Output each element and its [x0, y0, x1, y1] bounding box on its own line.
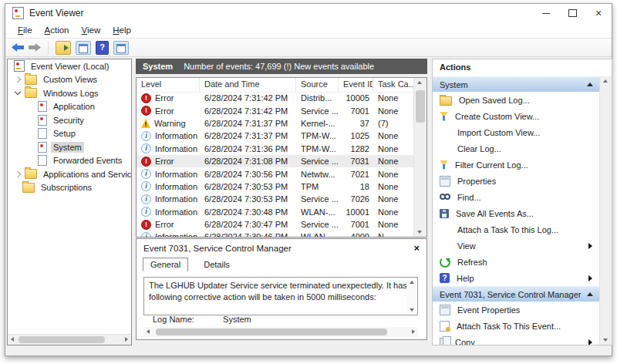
level-text: Information — [155, 207, 197, 217]
list-vertical-scrollbar[interactable] — [413, 78, 427, 237]
tree-item-application[interactable]: Application — [8, 100, 131, 114]
action-import-custom-view[interactable]: Import Custom View... — [433, 124, 600, 140]
action-copy[interactable]: Copy — [433, 334, 600, 345]
tab-details[interactable]: Details — [197, 258, 237, 271]
tree-horizontal-scrollbar[interactable] — [8, 334, 131, 345]
action-properties[interactable]: Properties — [433, 173, 600, 189]
event-row[interactable]: !Error 6/28/2024 7:31:42 PM Distrib... 1… — [137, 92, 414, 104]
tree-item-subscriptions[interactable]: Subscriptions — [8, 181, 131, 195]
description-scrollbar[interactable] — [406, 278, 417, 315]
detail-title: Event 7031, Service Control Manager — [143, 244, 292, 253]
action-refresh[interactable]: Refresh — [433, 254, 600, 270]
action-event-properties[interactable]: Event Properties — [433, 302, 600, 318]
action-attach-task-event[interactable]: Attach Task To This Event... — [433, 318, 600, 334]
actions-section-system[interactable]: System — [433, 76, 600, 92]
maximize-button[interactable] — [559, 4, 585, 22]
event-row[interactable]: iInformation 6/28/2024 7:30:53 PM Servic… — [137, 193, 414, 205]
actions-content: System Open Saved Log... Create Custom V… — [433, 76, 600, 345]
scroll-left-icon[interactable] — [147, 329, 150, 334]
scroll-down-icon[interactable] — [410, 308, 414, 312]
menu-help[interactable]: Help — [106, 24, 137, 36]
column-event-id[interactable]: Event ID — [339, 78, 373, 92]
information-icon: i — [141, 169, 151, 179]
event-row-partial[interactable]: iInformation 6/28/2024 7:30:46 PM WLAN..… — [137, 231, 414, 237]
tree-item-label-selected: System — [51, 142, 84, 153]
tree-item-windows-logs[interactable]: Windows Logs — [8, 86, 131, 100]
close-button[interactable]: × — [585, 4, 612, 22]
event-row[interactable]: !Error 6/28/2024 7:30:47 PM Service ... … — [137, 218, 414, 231]
tree-item-forwarded-events[interactable]: Forwarded Events — [8, 154, 131, 168]
actions-section-event[interactable]: Event 7031, Service Control Manager — [433, 286, 600, 302]
tab-general[interactable]: General — [143, 258, 188, 271]
chevron-down-icon[interactable] — [15, 89, 21, 95]
action-clear-log[interactable]: Clear Log... — [433, 140, 600, 157]
scrollbar-thumb[interactable] — [156, 329, 387, 335]
event-row[interactable]: !Error 6/28/2024 7:31:42 PM Service ... … — [137, 104, 414, 116]
event-id-text: 7026 — [339, 194, 373, 204]
maximize-icon — [568, 9, 577, 17]
scroll-right-icon[interactable] — [125, 337, 128, 342]
event-row[interactable]: iInformation 6/28/2024 7:30:56 PM Netwtw… — [137, 167, 414, 180]
menu-view[interactable]: View — [76, 24, 107, 36]
minimize-button[interactable] — [533, 4, 559, 22]
actions-vertical-scrollbar[interactable] — [599, 76, 612, 345]
help-icon[interactable]: ? — [96, 41, 109, 55]
task-text: None — [373, 207, 414, 217]
action-view[interactable]: View — [433, 238, 600, 254]
event-row[interactable]: iInformation 6/28/2024 7:31:36 PM TPM-W.… — [137, 143, 414, 155]
action-create-custom-view[interactable]: Create Custom View... — [433, 108, 600, 124]
toolbar-separator — [48, 42, 49, 54]
chevron-right-icon[interactable] — [15, 76, 21, 83]
back-icon[interactable] — [12, 43, 24, 52]
event-row[interactable]: !Warning 6/28/2024 7:31:37 PM Kernel-...… — [137, 117, 414, 130]
scrollbar-thumb[interactable] — [416, 90, 425, 123]
scrollbar-thumb[interactable] — [19, 336, 105, 343]
tree-item-security[interactable]: Security — [8, 113, 131, 127]
action-pane-icon[interactable] — [113, 41, 129, 55]
scroll-left-icon[interactable] — [11, 337, 14, 342]
column-source[interactable]: Source — [296, 78, 339, 92]
column-level[interactable]: Level — [137, 78, 200, 92]
event-row[interactable]: iInformation 6/28/2024 7:30:48 PM WLAN-.… — [137, 206, 414, 218]
scroll-up-icon[interactable] — [417, 81, 422, 84]
menu-file[interactable]: File — [12, 24, 39, 36]
action-filter-current-log[interactable]: Filter Current Log... — [433, 157, 600, 173]
minimize-icon — [542, 13, 550, 14]
event-row[interactable]: iInformation 6/28/2024 7:31:37 PM TPM-W.… — [137, 130, 414, 142]
tree-item-custom-views[interactable]: Custom Views — [8, 73, 131, 87]
scroll-up-icon[interactable] — [410, 281, 414, 284]
scroll-down-icon[interactable] — [603, 339, 608, 342]
action-help[interactable]: ?Help — [433, 270, 600, 286]
export-log-icon[interactable] — [56, 41, 71, 55]
event-row-selected[interactable]: !Error 6/28/2024 7:31:08 PM Service ... … — [137, 155, 414, 167]
tree-item-label: Applications and Services Log — [41, 169, 131, 180]
information-icon: i — [141, 207, 151, 217]
scroll-down-icon[interactable] — [417, 231, 422, 234]
source-text: Service ... — [296, 194, 339, 204]
menu-action[interactable]: Action — [39, 24, 76, 36]
collapse-icon[interactable] — [587, 292, 593, 296]
console-tree-icon[interactable] — [76, 41, 91, 55]
forward-icon[interactable] — [29, 43, 41, 52]
date-text: 6/28/2024 7:30:53 PM — [200, 194, 296, 204]
collapse-icon[interactable] — [587, 83, 593, 86]
chevron-right-icon[interactable] — [15, 171, 21, 177]
action-find[interactable]: Find... — [433, 189, 600, 205]
column-task-category[interactable]: Task Ca... — [373, 78, 414, 92]
action-save-all-events[interactable]: Save All Events As... — [433, 205, 600, 221]
tree-item-setup[interactable]: Setup — [8, 127, 131, 141]
tree-item-event-viewer-local[interactable]: Event Viewer (Local) — [8, 59, 131, 73]
action-open-saved-log[interactable]: Open Saved Log... — [433, 92, 600, 108]
close-detail-icon[interactable]: × — [413, 239, 420, 258]
detail-horizontal-scrollbar[interactable] — [143, 327, 418, 337]
blank-icon — [440, 143, 450, 153]
action-attach-task-log[interactable]: Attach a Task To this Log... — [433, 221, 600, 238]
scroll-right-icon[interactable] — [412, 329, 415, 334]
column-date-time[interactable]: Date and Time — [200, 78, 296, 92]
event-row[interactable]: iInformation 6/28/2024 7:30:53 PM TPM 18… — [137, 180, 414, 193]
tree-item-system[interactable]: System — [8, 140, 131, 154]
tree-item-applications-services[interactable]: Applications and Services Log — [8, 167, 131, 181]
help-icon: ? — [440, 273, 450, 283]
title-bar: Event Viewer × — [5, 4, 612, 22]
scroll-up-icon[interactable] — [603, 79, 608, 83]
